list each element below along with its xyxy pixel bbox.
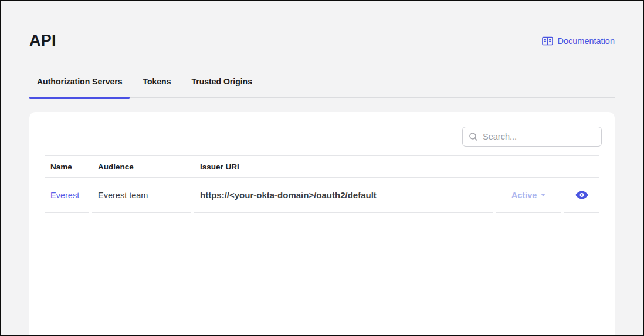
cell-audience: Everest team — [92, 178, 191, 213]
page-header: API Documentation — [29, 32, 615, 50]
preview-button[interactable] — [575, 191, 588, 199]
documentation-link[interactable]: Documentation — [542, 36, 615, 46]
cell-issuer-uri: https://<your-okta-domain>/oauth2/defaul… — [194, 178, 493, 213]
tab-tokens[interactable]: Tokens — [135, 77, 178, 97]
page-title: API — [29, 32, 56, 50]
eye-icon — [575, 191, 588, 199]
table-header-row: Name Audience Issuer URI — [45, 155, 599, 178]
cell-status: Active — [496, 178, 561, 213]
tab-trusted-origins[interactable]: Trusted Origins — [184, 77, 259, 97]
search-input[interactable] — [483, 132, 595, 141]
tab-authorization-servers[interactable]: Authorization Servers — [29, 77, 130, 97]
column-header-actions — [564, 156, 599, 177]
api-page: API Documentation Authorization Servers — [1, 1, 643, 335]
server-name-link[interactable]: Everest — [50, 191, 79, 200]
book-icon — [542, 36, 553, 46]
tab-bar: Authorization Servers Tokens Trusted Ori… — [29, 77, 615, 98]
column-header-issuer-uri: Issuer URI — [194, 156, 493, 177]
column-header-name: Name — [45, 156, 89, 177]
search-icon — [469, 132, 478, 141]
caret-down-icon — [541, 194, 545, 196]
search-box — [462, 127, 602, 147]
search-row — [42, 127, 602, 147]
app-window: API Documentation Authorization Servers — [0, 0, 644, 336]
cell-name: Everest — [45, 178, 89, 213]
issuer-uri-value: https://<your-okta-domain>/oauth2/defaul… — [200, 190, 377, 200]
column-header-audience: Audience — [92, 156, 191, 177]
status-dropdown[interactable]: Active — [511, 191, 546, 200]
status-label: Active — [511, 191, 537, 200]
cell-actions — [564, 178, 599, 213]
content-card: Name Audience Issuer URI Everest Everest… — [29, 112, 615, 335]
table-row: Everest Everest team https://<your-okta-… — [45, 178, 599, 213]
column-header-status — [496, 156, 561, 177]
authorization-servers-table: Name Audience Issuer URI Everest Everest… — [45, 155, 599, 213]
documentation-link-label: Documentation — [557, 36, 615, 46]
audience-value: Everest team — [98, 191, 148, 200]
